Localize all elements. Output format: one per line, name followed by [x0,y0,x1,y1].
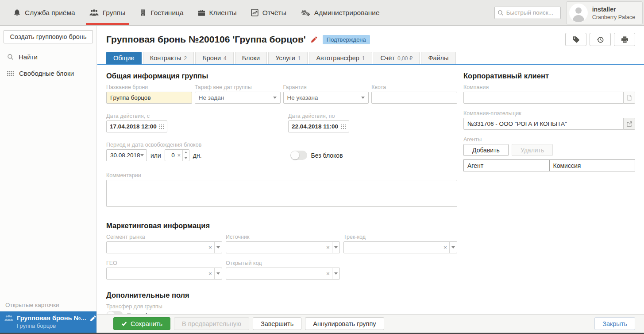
date-from-input[interactable]: 17.04.2018 12:00 [106,120,167,132]
sidebar-item-label: Свободные блоки [19,70,74,77]
user-menu[interactable]: installer Cranberry Palace [566,1,643,24]
market-segment-combo[interactable]: × [106,241,222,253]
new-document-button[interactable] [624,92,635,104]
user-property: Cranberry Palace [592,14,635,20]
open-payer-card-button[interactable] [624,118,635,130]
comments-textarea[interactable] [106,180,457,207]
open-code-combo[interactable]: × [226,268,340,280]
nav-item-label: Гостиница [150,9,183,17]
field-source: Источник × [226,234,340,253]
print-button[interactable] [614,33,635,46]
quick-search-input[interactable] [494,7,561,19]
company-input[interactable] [463,92,624,104]
chevron-down-icon[interactable] [332,268,339,279]
nav-item-groups[interactable]: Группы [82,0,133,25]
field-label: Комментарии [106,172,457,179]
tab-label: Автотрансфер [316,54,359,62]
nav-item-clients[interactable]: Клиенты [191,0,244,25]
tab-bar: Общие Контракты2 Брони4 Блоки Услуги1 Ав… [97,46,644,65]
open-card-group-booking[interactable]: Групповая бронь №... Группа борцов [0,311,96,333]
no-blocks-toggle[interactable] [290,151,307,160]
finish-button[interactable]: Завершить [253,317,301,330]
guarantee-select[interactable]: Не указана [283,92,369,104]
tab-blocks[interactable]: Блоки [235,52,267,64]
chevron-down-icon[interactable] [449,242,457,253]
chevron-down-icon[interactable] [332,242,339,253]
main-panel: Групповая бронь №200106 'Группа борцов' … [97,26,644,334]
edit-title-pencil-icon[interactable] [311,36,318,43]
stepper-up-icon[interactable] [183,150,189,155]
history-button[interactable] [590,33,611,46]
cancel-group-button[interactable]: Аннулировать группу [305,317,384,330]
clear-icon[interactable]: × [324,270,332,277]
field-company: Компания [463,84,635,104]
release-days-stepper[interactable]: 0 × [165,149,189,161]
tab-label: Блоки [242,54,260,62]
chevron-down-icon [140,154,144,156]
header-actions [565,33,635,46]
agents-column-agent: Агент [464,160,550,171]
calendar-grid-icon[interactable] [341,124,346,129]
tab-label: Счёт [381,54,395,62]
field-label: Квота [371,84,457,90]
tab-invoice[interactable]: Счёт0,00 ₽ [374,52,420,64]
clear-icon[interactable]: × [324,244,332,251]
nav-item-hotel[interactable]: Гостиница [132,0,190,25]
remove-agent-button[interactable]: Удалить [512,144,553,156]
gears-icon [301,9,310,16]
release-date-select[interactable]: 30.08.2018 [106,149,147,161]
page-title: Групповая бронь №200106 'Группа борцов' [106,34,306,45]
close-button[interactable]: Закрыть [594,317,635,330]
save-button-label: Сохранить [131,320,162,327]
chevron-down-icon[interactable] [214,242,222,253]
geo-combo[interactable]: × [106,268,222,280]
clear-icon[interactable]: × [441,244,449,251]
tab-autotransfer[interactable]: Автотрансфер1 [309,52,372,64]
calendar-grid-icon[interactable] [159,124,164,129]
agents-section: Агенты Добавить Удалить Агент Комиссия [463,136,635,171]
tariff-select[interactable]: Не задан [195,92,281,104]
field-comments: Комментарии [106,172,457,209]
tab-label: Общие [113,54,135,62]
field-guarantee: Гарантия Не указана [283,84,369,104]
stepper-down-icon[interactable] [183,155,189,161]
corporate-column: Корпоративный клиент Компания Компания-п… [463,65,635,320]
clear-icon[interactable]: × [206,244,214,251]
tab-services[interactable]: Услуги1 [268,52,308,64]
nav-item-reception[interactable]: Служба приёма [6,0,82,25]
tab-contracts[interactable]: Контракты2 [143,52,194,64]
tab-files[interactable]: Файлы [421,52,455,64]
save-button[interactable]: Сохранить [113,317,170,330]
nav-item-reports[interactable]: Отчёты [244,0,293,25]
sidebar-item-find[interactable]: Найти [0,49,96,65]
tab-label: Контракты [150,54,181,62]
track-code-combo[interactable]: × [343,241,457,253]
action-bar: Сохранить В предварительную Завершить Ан… [97,314,644,333]
booking-name-input[interactable] [106,92,192,104]
source-combo[interactable]: × [226,241,340,253]
general-column: Общая информация группы Название брони Т… [106,65,457,320]
tab-count: 0,00 ₽ [397,55,413,62]
create-group-booking-button[interactable]: Создать групповую бронь [4,30,93,43]
table-header-row: Агент Комиссия [464,160,635,171]
quota-input[interactable] [371,92,457,104]
clear-icon[interactable]: × [206,270,214,277]
history-icon [597,36,604,43]
to-preliminary-button[interactable]: В предварительную [174,317,249,330]
field-label: Компания-плательщик [463,110,635,117]
tags-button[interactable] [565,33,586,46]
tag-icon [572,36,580,43]
select-value: Не задан [199,94,224,101]
payer-company-input[interactable] [463,118,624,130]
tab-bookings[interactable]: Брони4 [195,52,233,64]
search-icon [7,54,14,60]
chevron-down-icon[interactable] [214,268,222,279]
users-icon [89,9,99,16]
sidebar-item-free-blocks[interactable]: Свободные блоки [0,65,96,82]
pencil-icon[interactable] [90,315,96,322]
date-to-input[interactable]: 22.04.2018 11:00 [288,120,349,132]
tab-general[interactable]: Общие [106,52,142,64]
nav-item-administration[interactable]: Администрирование [293,0,387,25]
add-agent-button[interactable]: Добавить [463,144,509,156]
clear-icon[interactable]: × [176,150,182,161]
